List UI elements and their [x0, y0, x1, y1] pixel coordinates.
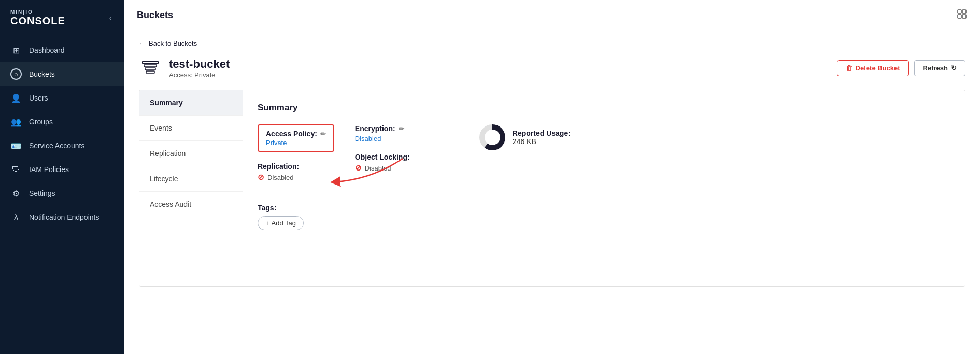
bucket-name: test-bucket: [169, 58, 230, 71]
tab-sidebar: Summary Events Replication Lifecycle Acc…: [139, 90, 243, 286]
tab-lifecycle-label: Lifecycle: [150, 175, 178, 183]
access-policy-field: Access Policy: ✏ Private: [258, 124, 334, 152]
sidebar-item-settings[interactable]: ⚙ Settings: [0, 181, 124, 205]
access-policy-edit-icon[interactable]: ✏: [320, 130, 326, 138]
tab-replication[interactable]: Replication: [139, 141, 243, 166]
back-link-text: Back to Buckets: [149, 39, 197, 47]
tab-summary[interactable]: Summary: [139, 90, 243, 116]
access-policy-box: Access Policy: ✏ Private: [258, 124, 334, 152]
access-policy-label: Access Policy: ✏: [266, 130, 326, 138]
bucket-header: test-bucket Access: Private 🗑 Delete Buc…: [139, 56, 965, 79]
summary-panel: Summary Access Policy: ✏: [243, 90, 965, 286]
main-content: Buckets ← Back to Buckets: [124, 0, 980, 354]
add-tag-label: Add Tag: [272, 219, 296, 227]
object-locking-disabled-icon: ⊘: [355, 163, 362, 173]
groups-icon: 👥: [10, 116, 22, 128]
replication-disabled-icon: ⊘: [258, 173, 264, 182]
delete-icon: 🗑: [846, 64, 853, 72]
logo-text: MIN|IO CONSOLE: [10, 9, 65, 27]
sidebar-logo: MIN|IO CONSOLE ‹: [0, 0, 124, 34]
sidebar-item-label: Dashboard: [29, 46, 65, 54]
delete-bucket-button[interactable]: 🗑 Delete Bucket: [837, 60, 909, 76]
bucket-icon-wrap: [139, 56, 162, 79]
content-area: ← Back to Buckets test-bucket: [124, 31, 980, 354]
sidebar-item-groups[interactable]: 👥 Groups: [0, 110, 124, 134]
sidebar-item-label: IAM Policies: [29, 165, 69, 174]
usage-area: Reported Usage: 246 KB: [479, 124, 571, 150]
sidebar-item-label: Notification Endpoints: [29, 213, 99, 221]
tab-access-audit-label: Access Audit: [150, 200, 191, 208]
reported-usage-label: Reported Usage:: [513, 129, 571, 137]
dashboard-icon: ⊞: [10, 45, 22, 56]
sidebar-item-label: Buckets: [29, 70, 55, 78]
sidebar-item-label: Groups: [29, 118, 53, 126]
reported-usage-section: Reported Usage: 246 KB: [479, 124, 571, 150]
sidebar: MIN|IO CONSOLE ‹ ⊞ Dashboard ○ Buckets 👤…: [0, 0, 124, 354]
tab-summary-label: Summary: [150, 98, 183, 107]
bucket-name-group: test-bucket Access: Private: [169, 58, 230, 79]
object-locking-value: ⊘ Disabled: [355, 163, 448, 173]
refresh-icon: ↻: [951, 64, 957, 72]
topbar-icon[interactable]: [956, 8, 968, 22]
users-icon: 👤: [10, 92, 22, 104]
sidebar-item-dashboard[interactable]: ⊞ Dashboard: [0, 38, 124, 62]
tags-label: Tags:: [258, 204, 334, 212]
logo-console: CONSOLE: [10, 15, 65, 27]
svg-rect-1: [962, 10, 966, 13]
tags-section: Tags: + Add Tag: [258, 204, 334, 230]
sidebar-item-buckets[interactable]: ○ Buckets: [0, 62, 124, 86]
replication-label: Replication:: [258, 162, 334, 171]
sidebar-item-service-accounts[interactable]: 🪪 Service Accounts: [0, 134, 124, 158]
svg-rect-2: [958, 15, 961, 18]
encryption-value: Disabled: [355, 135, 448, 143]
encryption-edit-icon[interactable]: ✏: [399, 125, 404, 133]
svg-rect-0: [958, 10, 961, 13]
sidebar-item-users[interactable]: 👤 Users: [0, 86, 124, 110]
sidebar-item-notification-endpoints[interactable]: λ Notification Endpoints: [0, 205, 124, 229]
settings-icon: ⚙: [10, 188, 22, 199]
svg-rect-7: [146, 71, 154, 73]
tab-events[interactable]: Events: [139, 116, 243, 141]
object-locking-field: Object Locking: ⊘ Disabled: [355, 153, 448, 173]
bucket-info: test-bucket Access: Private: [139, 56, 230, 79]
sidebar-nav: ⊞ Dashboard ○ Buckets 👤 Users 👥 Groups 🪪…: [0, 34, 124, 233]
encryption-link[interactable]: Disabled: [355, 135, 381, 143]
access-policy-link[interactable]: Private: [266, 139, 287, 147]
refresh-label: Refresh: [923, 64, 948, 72]
buckets-icon: ○: [10, 68, 22, 80]
refresh-button[interactable]: Refresh ↻: [914, 60, 965, 76]
replication-value: ⊘ Disabled: [258, 173, 334, 182]
bucket-icon: [140, 58, 160, 78]
tab-events-label: Events: [150, 124, 172, 132]
svg-rect-5: [144, 65, 157, 67]
tab-replication-label: Replication: [150, 149, 186, 158]
summary-title: Summary: [258, 103, 950, 113]
svg-rect-4: [143, 61, 158, 64]
access-policy-value: Private: [266, 139, 326, 147]
lambda-icon: λ: [10, 211, 22, 223]
tab-content-area: Summary Events Replication Lifecycle Acc…: [139, 90, 965, 287]
svg-rect-3: [962, 15, 966, 18]
encryption-label: Encryption: ✏: [355, 124, 448, 133]
sidebar-item-label: Users: [29, 94, 48, 102]
back-to-buckets-link[interactable]: ← Back to Buckets: [139, 39, 965, 47]
bucket-actions: 🗑 Delete Bucket Refresh ↻: [837, 60, 965, 76]
iam-policies-icon: 🛡: [10, 164, 22, 175]
logo-minio: MIN|IO: [10, 9, 65, 15]
topbar: Buckets: [124, 0, 980, 31]
sidebar-item-iam-policies[interactable]: 🛡 IAM Policies: [0, 158, 124, 181]
summary-main: Access Policy: ✏ Private: [258, 124, 950, 230]
service-accounts-icon: 🪪: [10, 140, 22, 151]
sidebar-collapse-button[interactable]: ‹: [107, 11, 114, 25]
replication-field: Replication: ⊘ Disabled: [258, 162, 334, 182]
page-title: Buckets: [137, 10, 173, 21]
tab-lifecycle[interactable]: Lifecycle: [139, 166, 243, 192]
sidebar-item-label: Settings: [29, 189, 55, 197]
reported-usage-value: 246 KB: [513, 137, 571, 146]
add-tag-button[interactable]: + Add Tag: [258, 216, 304, 230]
svg-rect-6: [145, 68, 155, 70]
add-tag-icon: +: [265, 219, 269, 227]
tab-access-audit[interactable]: Access Audit: [139, 192, 243, 217]
delete-bucket-label: Delete Bucket: [856, 64, 900, 72]
usage-chart: [479, 124, 505, 150]
